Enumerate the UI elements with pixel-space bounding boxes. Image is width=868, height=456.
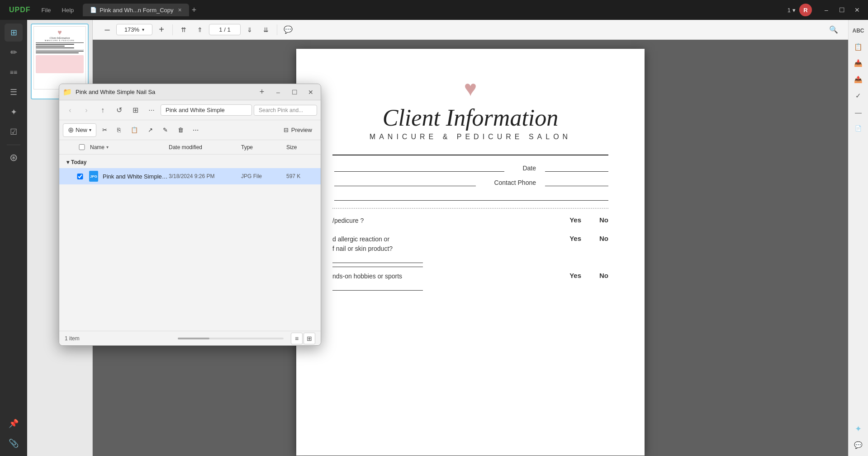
file-size-1: 597 K bbox=[286, 173, 313, 179]
page-count-display: 1 ▾ bbox=[787, 7, 796, 14]
q1-yes-no: Yes No bbox=[569, 216, 608, 224]
sidebar-icon-grid[interactable]: ⊞ bbox=[5, 24, 23, 42]
toolbar-sep-2 bbox=[277, 24, 277, 35]
scrollbar-track[interactable] bbox=[178, 338, 284, 339]
first-page-btn[interactable]: ⇈ bbox=[176, 23, 191, 37]
cut-icon: ✂ bbox=[102, 127, 107, 133]
question-row-1: /pedicure ? Yes No bbox=[332, 216, 608, 226]
q2-no: No bbox=[599, 235, 608, 242]
sidebar-icon-layers[interactable]: ⊛ bbox=[5, 149, 23, 167]
q2-yes: Yes bbox=[569, 235, 581, 242]
share-icon: ↗ bbox=[148, 127, 153, 133]
share-btn[interactable]: ↗ bbox=[144, 123, 157, 137]
comment-btn[interactable]: 💬 bbox=[281, 23, 295, 37]
rename-btn[interactable]: ✎ bbox=[159, 123, 172, 137]
nav-expand-btn[interactable]: ⊞ bbox=[128, 103, 142, 118]
cut-btn[interactable]: ✂ bbox=[98, 123, 111, 137]
minimize-btn[interactable]: – bbox=[819, 3, 834, 17]
explorer-minimize-btn[interactable]: – bbox=[272, 86, 285, 99]
file-type-icon: JPG bbox=[88, 171, 99, 182]
delete-btn[interactable]: 🗑 bbox=[174, 123, 188, 137]
page-display[interactable]: 1 / 1 bbox=[209, 24, 241, 35]
file-row-1[interactable]: JPG Pink and White Simple Nail Salon Cli… bbox=[59, 168, 321, 184]
close-btn[interactable]: ✕ bbox=[850, 3, 864, 17]
sidebar-icon-list[interactable]: ≡≡ bbox=[5, 63, 23, 81]
col-header-date[interactable]: Date modified bbox=[169, 144, 241, 150]
phone-line bbox=[334, 177, 476, 186]
prev-page-btn[interactable]: ⇑ bbox=[193, 23, 207, 37]
preview-label: Preview bbox=[291, 127, 312, 133]
date-label: Date bbox=[522, 165, 536, 172]
nav-forward-btn[interactable]: › bbox=[79, 103, 94, 118]
group-today[interactable]: ▾ Today bbox=[59, 156, 321, 168]
copy-btn[interactable]: ⎘ bbox=[113, 123, 125, 137]
explorer-close-btn[interactable]: ✕ bbox=[304, 86, 317, 99]
right-icon-3[interactable]: 📥 bbox=[851, 56, 866, 71]
col-header-size[interactable]: Size bbox=[286, 144, 313, 150]
q3-no: No bbox=[599, 272, 608, 279]
new-btn[interactable]: ⊕ New ▾ bbox=[63, 123, 96, 137]
next-page-btn[interactable]: ⇓ bbox=[242, 23, 257, 37]
contact-line bbox=[545, 177, 608, 186]
right-icon-4[interactable]: 📤 bbox=[851, 72, 866, 87]
file-checkbox-1[interactable] bbox=[76, 174, 85, 179]
sidebar-icon-edit[interactable]: ✏ bbox=[5, 43, 23, 61]
sidebar-icon-paperclip[interactable]: 📎 bbox=[5, 434, 23, 452]
location-bar[interactable]: Pink and White Simple bbox=[161, 104, 252, 116]
copy-icon: ⎘ bbox=[117, 127, 121, 133]
right-icon-1[interactable]: ABC bbox=[851, 24, 866, 38]
tab-title: Pink and Wh...n Form_Copy bbox=[100, 7, 173, 14]
right-icon-dash[interactable]: — bbox=[851, 105, 866, 119]
title-bar: UPDF File Help 📄 Pink and Wh...n Form_Co… bbox=[0, 0, 868, 20]
tab-file[interactable]: File bbox=[36, 4, 57, 16]
folder-icon: 📁 bbox=[63, 88, 72, 96]
more-options-btn[interactable]: ··· bbox=[190, 123, 202, 137]
zoom-in-btn[interactable]: + bbox=[154, 23, 169, 37]
nav-more-btn[interactable]: ··· bbox=[144, 103, 159, 118]
grid-view-btn[interactable]: ⊞ bbox=[304, 333, 315, 344]
pdf-heart-icon: ♥ bbox=[332, 76, 608, 101]
list-view-btn[interactable]: ≡ bbox=[291, 333, 303, 344]
sidebar-icon-menu[interactable]: ☰ bbox=[5, 83, 23, 101]
sidebar-icon-bookmark[interactable]: 📌 bbox=[5, 414, 23, 432]
user-avatar[interactable]: R bbox=[799, 4, 812, 16]
search-btn[interactable]: 🔍 bbox=[826, 23, 841, 37]
col-header-name[interactable]: Name ▾ bbox=[90, 144, 169, 150]
toolbar-sep-1 bbox=[172, 24, 173, 35]
right-icon-check[interactable]: ✓ bbox=[851, 89, 866, 103]
search-bar[interactable]: Search Pink and... bbox=[254, 105, 317, 116]
status-item-count: 1 item bbox=[65, 335, 171, 342]
tab-help[interactable]: Help bbox=[57, 4, 80, 16]
tab-document[interactable]: 📄 Pink and Wh...n Form_Copy × bbox=[83, 4, 189, 16]
right-icon-sparkle[interactable]: ✦ bbox=[851, 422, 866, 436]
right-icon-doc[interactable]: 📄 bbox=[851, 121, 866, 136]
view-toggle: ≡ ⊞ bbox=[291, 333, 315, 344]
maximize-btn[interactable]: ☐ bbox=[835, 3, 849, 17]
paste-btn[interactable]: 📋 bbox=[127, 123, 142, 137]
extra-row bbox=[332, 192, 608, 201]
nav-back-btn[interactable]: ‹ bbox=[63, 103, 77, 118]
right-icon-2[interactable]: 📋 bbox=[851, 40, 866, 54]
explorer-new-tab-btn[interactable]: + bbox=[256, 86, 268, 99]
contact-label: Contact Phone bbox=[494, 179, 536, 186]
zoom-level-display[interactable]: 173% ▾ bbox=[116, 24, 152, 35]
name-row: Date bbox=[332, 163, 608, 172]
col-header-type[interactable]: Type bbox=[241, 144, 286, 150]
tab-close-btn[interactable]: × bbox=[178, 6, 182, 14]
extra-line bbox=[334, 192, 608, 201]
tab-add-btn[interactable]: + bbox=[192, 5, 197, 15]
nav-up-btn[interactable]: ↑ bbox=[95, 103, 110, 118]
nav-refresh-btn[interactable]: ↺ bbox=[112, 103, 126, 118]
sidebar-icon-star[interactable]: ✦ bbox=[5, 103, 23, 121]
right-icon-chat[interactable]: 💬 bbox=[851, 438, 866, 452]
explorer-titlebar: 📁 Pink and White Simple Nail Sa + – ☐ ✕ bbox=[59, 84, 321, 100]
preview-btn[interactable]: ⊟ Preview bbox=[279, 123, 317, 137]
zoom-out-btn[interactable]: – bbox=[100, 23, 114, 37]
new-chevron-icon: ▾ bbox=[89, 127, 91, 132]
last-page-btn[interactable]: ⇊ bbox=[259, 23, 273, 37]
explorer-maximize-btn[interactable]: ☐ bbox=[288, 86, 301, 99]
select-all-checkbox[interactable] bbox=[77, 144, 86, 150]
sidebar-icon-check[interactable]: ☑ bbox=[5, 123, 23, 141]
right-sidebar: ABC 📋 📥 📤 ✓ — 📄 ✦ 💬 bbox=[848, 20, 868, 456]
q3-text: nds-on hobbies or sports bbox=[332, 272, 569, 281]
